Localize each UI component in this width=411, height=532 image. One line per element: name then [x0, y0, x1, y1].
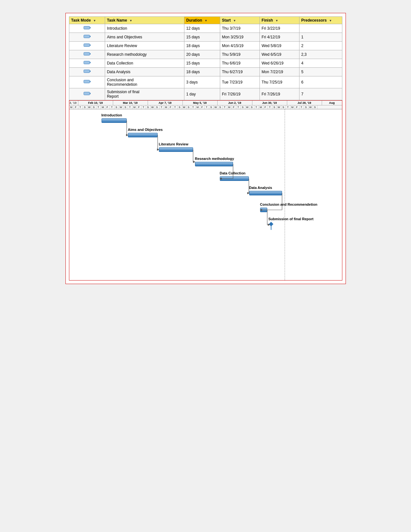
table-row: Research methodology20 daysThu 5/9/19Wed… — [69, 50, 342, 59]
day-label: S — [250, 105, 254, 109]
filter-duration[interactable]: ▼ — [204, 19, 207, 22]
day-label: M — [69, 105, 74, 109]
gantt-task-label: Aims and Objectives — [128, 128, 163, 132]
col-label-task-name: Task Name — [107, 18, 127, 23]
filter-task-mode[interactable]: ▼ — [93, 19, 96, 22]
day-label: T — [236, 105, 241, 109]
gantt-task-label: Literature Review — [159, 142, 189, 146]
day-label: S — [304, 105, 308, 109]
day-label: T — [160, 105, 164, 109]
day-label: S — [218, 105, 223, 109]
task-mode-icon — [83, 43, 91, 48]
task-start-cell: Mon 3/25/19 — [220, 33, 259, 42]
day-label: S — [241, 105, 245, 109]
period-label-3: Apr 7, '19 — [148, 101, 183, 105]
gantt-task-label: Introduction — [102, 113, 122, 117]
day-label: T — [299, 105, 304, 109]
gantt-bar — [220, 176, 249, 181]
day-label: W — [182, 105, 187, 109]
today-line — [285, 109, 285, 280]
task-name-cell: Data Collection — [105, 59, 184, 68]
svg-rect-14 — [84, 92, 90, 95]
col-header-start[interactable]: Start ▼ — [220, 17, 259, 24]
task-predecessors-cell: 2 — [299, 42, 342, 50]
period-label-8: Aug — [322, 101, 342, 105]
day-label: W — [277, 105, 281, 109]
task-finish-cell: Wed 5/8/19 — [259, 42, 299, 50]
task-name-cell: Data Analysis — [105, 68, 184, 76]
day-label: T — [173, 105, 178, 109]
task-mode-cell — [69, 59, 105, 68]
day-label: M — [290, 105, 295, 109]
task-start-cell: Thu 5/9/19 — [220, 50, 259, 59]
filter-task-name[interactable]: ▼ — [130, 19, 132, 22]
day-label: T — [205, 105, 209, 109]
task-name-cell: Submission of final Report — [105, 88, 184, 100]
table-row: Data Collection15 daysThu 6/6/19Wed 6/26… — [69, 59, 342, 68]
gantt-bar — [260, 208, 267, 212]
task-mode-cell — [69, 88, 105, 100]
task-mode-cell — [69, 76, 105, 88]
task-duration-cell: 20 days — [184, 50, 220, 59]
day-label: T — [96, 105, 101, 109]
task-finish-cell: Fri 3/22/19 — [259, 24, 299, 33]
table-row: Aims and Objectives15 daysMon 3/25/19Fri… — [69, 33, 342, 42]
task-mode-cell — [69, 68, 105, 76]
col-header-task-mode[interactable]: Task Mode ▼ — [69, 17, 105, 24]
col-label-start: Start — [222, 18, 231, 23]
day-label: S — [155, 105, 160, 109]
day-label: W — [245, 105, 250, 109]
day-label: M — [132, 105, 137, 109]
day-label: S — [123, 105, 128, 109]
period-label-4: May 5, '19 — [183, 101, 218, 105]
col-header-predecessors[interactable]: Predecessors ▼ — [299, 17, 342, 24]
day-label: S — [146, 105, 151, 109]
task-predecessors-cell: 2,3 — [299, 50, 342, 59]
filter-start[interactable]: ▼ — [233, 19, 236, 22]
col-label-duration: Duration — [186, 18, 202, 23]
day-label: M — [164, 105, 169, 109]
gantt-bar — [249, 191, 282, 195]
day-label: F — [74, 105, 78, 109]
day-label: S — [272, 105, 277, 109]
day-label: S — [92, 105, 96, 109]
table-row: Data Analysis18 daysThu 6/27/19Mon 7/22/… — [69, 68, 342, 76]
task-finish-cell: Wed 6/26/19 — [259, 59, 299, 68]
period-label-0: 3, '19 — [69, 101, 78, 105]
day-label: W — [308, 105, 313, 109]
day-label: W — [87, 105, 92, 109]
col-header-duration[interactable]: Duration ▼ — [184, 17, 220, 24]
svg-rect-8 — [84, 61, 90, 64]
task-mode-cell — [69, 33, 105, 42]
col-header-finish[interactable]: Finish ▼ — [259, 17, 299, 24]
task-duration-cell: 3 days — [184, 76, 220, 88]
gantt-table: Task Mode ▼ Task Name ▼ Duration ▼ Start… — [69, 16, 342, 100]
svg-rect-12 — [84, 80, 90, 83]
svg-rect-6 — [84, 52, 90, 55]
task-mode-icon — [83, 79, 91, 85]
gantt-milestone-tick — [271, 226, 271, 230]
task-duration-cell: 12 days — [184, 24, 220, 33]
task-finish-cell: Fri 7/26/19 — [259, 88, 299, 100]
table-row: Literature Review18 daysMon 4/15/19Wed 5… — [69, 42, 342, 50]
gantt-task-label: Conclusion and Recommendetion — [260, 202, 318, 206]
task-duration-cell: 18 days — [184, 68, 220, 76]
task-start-cell: Tue 7/23/19 — [220, 76, 259, 88]
task-finish-cell: Fri 4/12/19 — [259, 33, 299, 42]
task-duration-cell: 1 day — [184, 88, 220, 100]
day-label: T — [223, 105, 227, 109]
day-label: S — [187, 105, 191, 109]
task-start-cell: Fri 7/26/19 — [220, 88, 259, 100]
day-label: W — [119, 105, 123, 109]
day-label: T — [78, 105, 83, 109]
day-label: S — [313, 105, 318, 109]
day-label: S — [83, 105, 87, 109]
filter-finish[interactable]: ▼ — [275, 19, 278, 22]
col-header-task-name[interactable]: Task Name ▼ — [105, 17, 184, 24]
period-label-2: Mar 10, '19 — [113, 101, 148, 105]
day-label: T — [110, 105, 114, 109]
filter-predecessors[interactable]: ▼ — [329, 19, 332, 22]
gantt-milestone — [269, 222, 273, 226]
day-label: T — [191, 105, 196, 109]
table-row: Introduction12 daysThu 3/7/19Fri 3/22/19 — [69, 24, 342, 33]
